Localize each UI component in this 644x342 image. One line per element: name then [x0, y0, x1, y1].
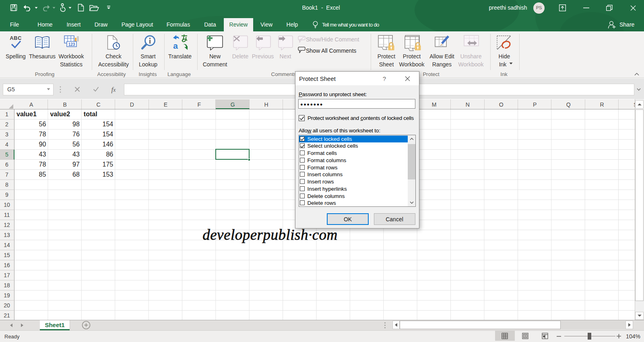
- svg-text:a: a: [173, 41, 178, 50]
- svg-text:123: 123: [68, 42, 75, 47]
